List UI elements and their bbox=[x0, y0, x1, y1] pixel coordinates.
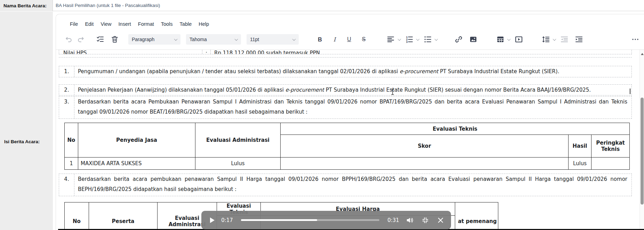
scrollbar-thumb[interactable] bbox=[641, 98, 644, 205]
underline-icon: U bbox=[347, 36, 351, 43]
evaluation-table-sampul1: No Penyedia Jasa Evaluasi Administrasi E… bbox=[64, 123, 630, 170]
bullet-list-button[interactable] bbox=[422, 33, 434, 45]
duration-time: 0:31 bbox=[385, 217, 402, 223]
align-left-icon bbox=[387, 35, 395, 44]
ellipsis-icon bbox=[631, 35, 639, 44]
col-hasil: Hasil bbox=[569, 135, 591, 158]
numbered-list-dropdown[interactable]: 123 bbox=[403, 33, 419, 45]
menu-help[interactable]: Help bbox=[195, 20, 212, 28]
insert-image-button[interactable] bbox=[467, 33, 479, 45]
scroll-up-arrow-icon[interactable] bbox=[641, 53, 644, 55]
more-toolbar-button[interactable] bbox=[629, 33, 641, 45]
redo-icon bbox=[77, 35, 85, 44]
strikethrough-icon: S bbox=[362, 36, 366, 43]
table-icon bbox=[496, 35, 505, 44]
cell-skor bbox=[281, 158, 569, 170]
font-size-value: 11pt bbox=[250, 37, 259, 42]
align-button[interactable] bbox=[385, 33, 397, 45]
play-icon bbox=[210, 217, 215, 223]
menu-table[interactable]: Table bbox=[176, 20, 195, 28]
chevron-down-icon bbox=[174, 37, 178, 41]
insert-table-button[interactable] bbox=[494, 33, 506, 45]
col-peserta: Peserta bbox=[89, 202, 158, 230]
chevron-down-icon bbox=[435, 37, 438, 41]
block-format-value: Paragraph bbox=[132, 37, 154, 42]
current-time: 0:17 bbox=[219, 217, 235, 223]
menu-format[interactable]: Format bbox=[135, 20, 158, 28]
cell-eval-admin: Lulus bbox=[195, 158, 281, 170]
text-caret bbox=[630, 89, 630, 94]
strikethrough-button[interactable]: S bbox=[358, 33, 370, 45]
play-button[interactable] bbox=[206, 214, 219, 227]
redo-button[interactable] bbox=[75, 33, 87, 45]
table-dropdown[interactable] bbox=[494, 33, 510, 45]
bullet-list-dropdown[interactable] bbox=[422, 33, 437, 45]
form-header-row: Nama Berita Acara: BA Hasil Pemilihan (u… bbox=[0, 0, 644, 11]
hps-separator: : bbox=[202, 50, 211, 54]
menu-tools[interactable]: Tools bbox=[158, 20, 176, 28]
chevron-down-icon bbox=[553, 37, 556, 41]
form-left-column: Isi Berita Acara: bbox=[0, 12, 53, 230]
font-family-select[interactable]: Tahoma bbox=[186, 34, 241, 45]
undo-icon bbox=[65, 35, 73, 44]
video-player-controls[interactable]: 0:17 0:31 bbox=[201, 211, 451, 229]
bold-icon: B bbox=[318, 36, 322, 43]
col-skor: Skor bbox=[281, 135, 569, 158]
item-number: 4. bbox=[59, 174, 74, 196]
chevron-down-icon bbox=[416, 37, 420, 41]
media-play-icon bbox=[515, 35, 523, 44]
ibeam-cursor bbox=[391, 89, 395, 95]
vertical-scrollbar[interactable] bbox=[639, 50, 644, 230]
line-height-button[interactable] bbox=[540, 33, 552, 45]
line-height-icon bbox=[542, 35, 550, 44]
item-number: 1. bbox=[59, 66, 74, 77]
bold-button[interactable]: B bbox=[314, 33, 326, 45]
col-penyedia-jasa: Penyedia Jasa bbox=[78, 123, 195, 158]
checklist-icon bbox=[96, 35, 104, 44]
menu-view[interactable]: View bbox=[97, 20, 115, 28]
numbered-list-button[interactable]: 123 bbox=[403, 33, 415, 45]
trash-icon bbox=[111, 35, 119, 44]
exit-fullscreen-button[interactable] bbox=[419, 214, 432, 227]
chevron-down-icon bbox=[235, 37, 238, 41]
item-text: Berdasarkan berita acara pembukaan penaw… bbox=[74, 174, 631, 196]
outdent-icon bbox=[560, 35, 569, 44]
insert-link-button[interactable] bbox=[453, 33, 465, 45]
table-outer-border bbox=[59, 57, 632, 58]
bullet-list-icon bbox=[424, 35, 432, 44]
insert-media-button[interactable] bbox=[513, 33, 525, 45]
chevron-down-icon bbox=[292, 37, 296, 41]
col-evaluasi-administrasi: Evaluasi Administrasi bbox=[195, 123, 281, 158]
underline-button[interactable]: U bbox=[343, 33, 355, 45]
menu-insert[interactable]: Insert bbox=[115, 20, 135, 28]
chevron-down-icon bbox=[398, 37, 401, 41]
block-format-select[interactable]: Paragraph bbox=[128, 34, 180, 45]
nama-berita-acara-label: Nama Berita Acara: bbox=[0, 0, 53, 11]
delete-button[interactable] bbox=[109, 33, 121, 45]
font-family-value: Tahoma bbox=[190, 37, 207, 42]
italic-icon: I bbox=[333, 36, 336, 43]
item-number: 3. bbox=[59, 97, 74, 118]
menu-edit[interactable]: Edit bbox=[81, 20, 97, 28]
checklist-button[interactable] bbox=[94, 33, 106, 45]
cell-hasil: Lulus bbox=[569, 158, 591, 170]
undo-button[interactable] bbox=[63, 33, 75, 45]
item-text: Penjelasan Pekerjaan (Aanwijzing) dilaks… bbox=[74, 85, 631, 95]
item-text: Berdasarkan berita acara Pembukaan Penaw… bbox=[74, 97, 631, 118]
line-height-dropdown[interactable] bbox=[540, 33, 556, 45]
align-dropdown[interactable] bbox=[385, 33, 401, 45]
editor-content-area[interactable]: Nilai HPS : Rp.118,112,000.00 sudah term… bbox=[56, 49, 644, 230]
volume-button[interactable] bbox=[404, 214, 416, 227]
list-item-3: 3. Berdasarkan berita acara Pembukaan Pe… bbox=[59, 96, 632, 119]
indent-button[interactable] bbox=[573, 33, 585, 45]
volume-icon bbox=[406, 216, 414, 224]
col-no: No bbox=[65, 123, 78, 158]
italic-button[interactable]: I bbox=[329, 33, 340, 45]
menu-file[interactable]: File bbox=[66, 20, 81, 28]
item-text: Pengumuman / undangan (apabila penunjuka… bbox=[74, 66, 631, 77]
list-item-4: 4. Berdasarkan berita acara pembukaan pe… bbox=[59, 174, 632, 196]
progress-bar[interactable] bbox=[241, 219, 379, 221]
font-size-select[interactable]: 11pt bbox=[247, 34, 299, 45]
outdent-button[interactable] bbox=[558, 33, 570, 45]
close-player-button[interactable] bbox=[434, 214, 447, 227]
